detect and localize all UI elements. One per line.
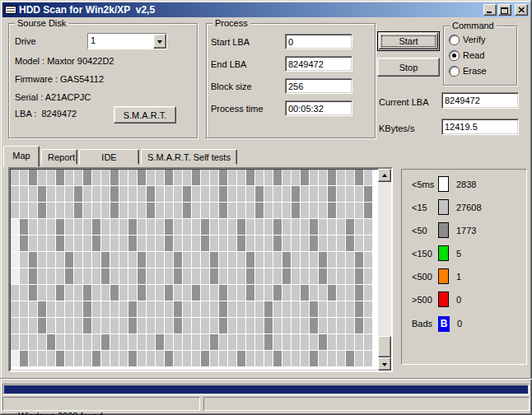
scan-block <box>201 235 209 251</box>
scan-block <box>138 219 146 235</box>
scan-block <box>174 235 182 251</box>
progress-bar <box>2 384 530 395</box>
scan-block <box>273 268 282 284</box>
scan-block <box>65 268 73 284</box>
scan-block <box>156 318 164 333</box>
scan-block <box>364 268 372 284</box>
scroll-up-button[interactable] <box>378 169 391 182</box>
scan-block <box>201 318 209 333</box>
scan-block <box>147 252 155 268</box>
scan-block <box>83 170 91 185</box>
current-lba-field[interactable] <box>441 92 519 109</box>
radio-erase[interactable]: Erase <box>450 65 487 77</box>
scan-block <box>119 219 128 235</box>
scan-block <box>328 186 336 202</box>
radio-read[interactable]: Read <box>450 49 484 61</box>
scan-block <box>101 268 110 284</box>
scan-block <box>147 203 155 218</box>
title-bar[interactable]: HDD Scan for Win2k/XP v2,5 <box>2 2 530 17</box>
scan-block <box>328 170 336 185</box>
block-size-input[interactable] <box>285 78 352 94</box>
scan-block <box>346 186 354 202</box>
drive-select[interactable]: 1 <box>87 33 167 49</box>
end-lba-input[interactable] <box>285 56 352 72</box>
scan-block <box>20 186 28 202</box>
radio-circle-icon[interactable] <box>450 35 459 44</box>
scan-block <box>246 186 254 202</box>
scan-block <box>101 334 110 350</box>
close-button[interactable] <box>515 4 528 16</box>
scan-block <box>219 203 227 218</box>
scan-block <box>310 318 318 333</box>
scan-block <box>310 235 318 251</box>
smart-button[interactable]: S.M.A.R.T. <box>114 106 176 124</box>
scan-block <box>210 252 218 268</box>
tab-map[interactable]: Map <box>3 146 40 167</box>
scan-block <box>38 252 46 268</box>
scan-block <box>192 318 200 333</box>
scan-block <box>110 285 119 301</box>
scan-block <box>192 203 200 218</box>
scan-block <box>364 301 372 317</box>
scan-block <box>337 252 345 268</box>
scan-block <box>246 170 254 185</box>
tab-smart-self-tests[interactable]: S.M.A.R.T. Self tests <box>141 149 237 165</box>
scan-block <box>255 203 264 218</box>
start-lba-label: Start LBA <box>211 37 250 48</box>
scan-block <box>38 285 46 301</box>
scan-block <box>237 268 245 284</box>
scan-block <box>92 203 100 218</box>
scan-block <box>119 285 128 301</box>
scan-block <box>282 235 291 251</box>
close-icon <box>518 7 525 13</box>
scan-block <box>273 334 282 350</box>
scan-block <box>201 285 209 301</box>
legend-count: 1773 <box>456 226 476 235</box>
drive-select-dropdown-button[interactable] <box>153 34 166 49</box>
scan-block <box>38 219 46 235</box>
scan-block <box>183 318 191 333</box>
scan-block <box>83 334 91 350</box>
scroll-down-button[interactable] <box>378 357 391 371</box>
legend-count: 5 <box>456 249 461 259</box>
scan-block <box>156 219 164 235</box>
process-time-input[interactable] <box>285 100 352 116</box>
start-lba-input[interactable] <box>285 34 352 49</box>
radio-verify[interactable]: Verify <box>450 34 486 45</box>
minimize-button[interactable] <box>483 4 497 16</box>
scan-block <box>11 235 19 251</box>
scan-block <box>219 351 227 366</box>
scan-block <box>156 334 164 350</box>
scan-block <box>183 252 191 268</box>
scan-block <box>328 351 336 366</box>
stop-button[interactable]: Stop <box>377 58 440 77</box>
scan-block <box>29 219 37 235</box>
tab-ide-features[interactable]: IDE Features <box>79 149 139 165</box>
radio-erase-label: Erase <box>463 66 487 76</box>
scan-block <box>255 219 264 235</box>
scan-block <box>29 334 37 350</box>
scan-block <box>174 219 182 235</box>
scan-block <box>119 170 128 185</box>
scan-block <box>47 268 55 284</box>
scrollbar-thumb[interactable] <box>378 336 391 357</box>
scan-block <box>138 301 146 317</box>
radio-circle-icon[interactable] <box>450 67 459 76</box>
kbytes-field[interactable] <box>441 119 519 135</box>
scan-block <box>346 318 354 333</box>
scrollbar-track[interactable] <box>378 182 391 357</box>
start-button[interactable]: Start <box>377 31 440 51</box>
radio-circle-icon[interactable] <box>450 51 459 60</box>
scan-block <box>319 186 327 202</box>
scan-block <box>355 318 363 333</box>
drive-label: Drive <box>15 36 36 47</box>
scan-block <box>101 170 110 185</box>
map-scrollbar[interactable] <box>378 169 391 371</box>
tab-report[interactable]: Report <box>41 149 77 165</box>
scan-block <box>138 252 146 268</box>
scan-block <box>337 301 345 317</box>
scan-block <box>147 301 155 317</box>
scan-block <box>246 351 254 366</box>
maximize-button[interactable] <box>498 4 511 16</box>
legend-chip <box>438 176 449 192</box>
